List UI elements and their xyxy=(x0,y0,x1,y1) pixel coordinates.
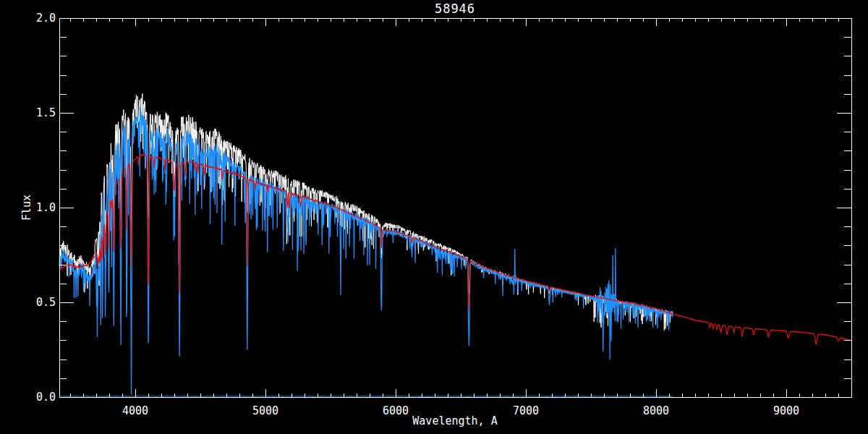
x-tick-label: 4000 xyxy=(122,404,148,417)
y-tick-label: 0.5 xyxy=(36,296,56,309)
x-axis-label: Wavelength, A xyxy=(412,414,497,427)
y-tick-label: 0.0 xyxy=(36,391,56,404)
x-tick-label: 8000 xyxy=(643,404,669,417)
y-tick-label: 1.5 xyxy=(36,106,56,119)
spectrum-plot: 4000500060007000800090000.00.51.01.52.0 … xyxy=(0,0,868,434)
x-tick-label: 7000 xyxy=(513,404,539,417)
y-tick-label: 2.0 xyxy=(36,12,56,25)
plot-title: 58946 xyxy=(435,1,475,16)
x-tick-label: 5000 xyxy=(252,404,278,417)
y-axis-label: Flux xyxy=(20,195,33,221)
spectral-fit-window: 4000500060007000800090000.00.51.01.52.0 … xyxy=(0,0,868,434)
x-tick-label: 9000 xyxy=(773,404,799,417)
y-tick-label: 1.0 xyxy=(36,201,56,214)
x-tick-label: 6000 xyxy=(383,404,409,417)
